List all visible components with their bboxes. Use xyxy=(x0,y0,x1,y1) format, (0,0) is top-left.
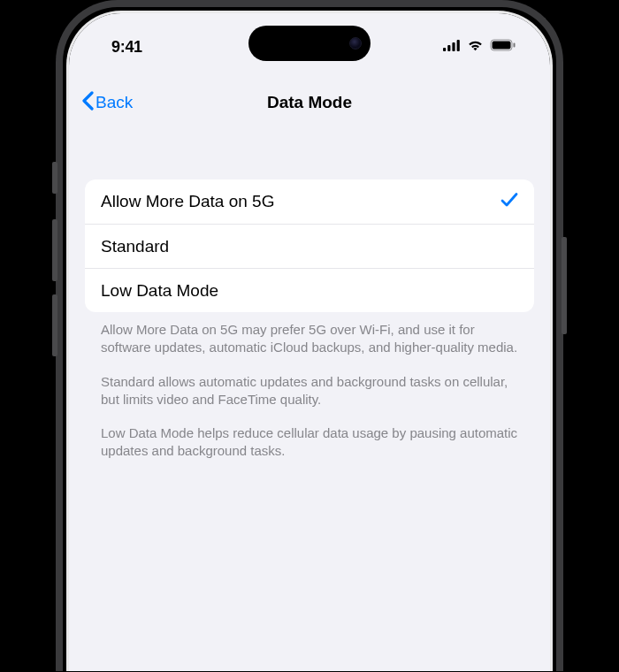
screen: 9:41 xyxy=(69,13,550,671)
phone-side-button xyxy=(52,162,57,194)
footer-paragraph: Low Data Mode helps reduce cellular data… xyxy=(101,424,518,461)
svg-rect-3 xyxy=(457,40,460,51)
option-label: Standard xyxy=(101,237,169,256)
phone-inner-border: 9:41 xyxy=(66,11,553,671)
status-icons xyxy=(443,39,516,55)
svg-rect-5 xyxy=(493,42,511,50)
svg-rect-1 xyxy=(447,45,450,51)
phone-side-button xyxy=(52,294,57,356)
status-time: 9:41 xyxy=(111,38,142,57)
svg-rect-0 xyxy=(443,48,446,51)
option-label: Low Data Mode xyxy=(101,281,218,301)
front-camera-icon xyxy=(349,37,362,50)
back-label: Back xyxy=(96,93,133,112)
option-standard[interactable]: Standard xyxy=(85,224,534,268)
back-button[interactable]: Back xyxy=(81,91,133,115)
footer-description: Allow More Data on 5G may prefer 5G over… xyxy=(85,312,534,461)
phone-side-button xyxy=(52,219,57,281)
content: Allow More Data on 5G Standard Low Data … xyxy=(69,179,550,461)
dynamic-island xyxy=(248,26,371,61)
footer-paragraph: Standard allows automatic updates and ba… xyxy=(101,373,518,409)
page-title: Data Mode xyxy=(267,93,352,112)
cellular-signal-icon xyxy=(443,39,461,55)
phone-frame: 9:41 xyxy=(56,0,563,671)
option-allow-more-data-5g[interactable]: Allow More Data on 5G xyxy=(85,179,534,224)
wifi-icon xyxy=(467,39,484,55)
checkmark-icon xyxy=(501,192,518,212)
svg-rect-2 xyxy=(452,42,455,51)
options-group: Allow More Data on 5G Standard Low Data … xyxy=(85,179,534,312)
footer-paragraph: Allow More Data on 5G may prefer 5G over… xyxy=(101,321,518,357)
nav-header: Back Data Mode xyxy=(69,80,550,125)
option-low-data-mode[interactable]: Low Data Mode xyxy=(85,268,534,312)
svg-rect-6 xyxy=(514,43,516,48)
battery-icon xyxy=(490,39,516,55)
phone-side-button xyxy=(562,237,567,334)
chevron-left-icon xyxy=(81,91,94,115)
option-label: Allow More Data on 5G xyxy=(101,192,274,211)
